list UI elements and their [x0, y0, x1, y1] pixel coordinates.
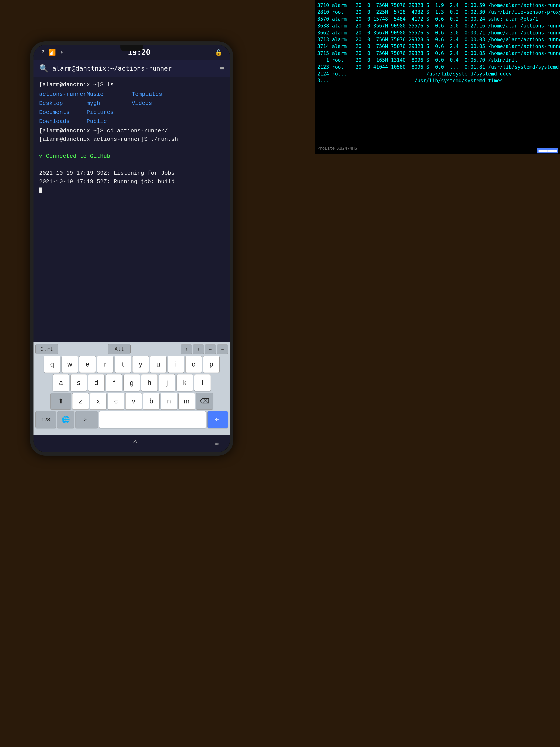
key-o[interactable]: o [185, 356, 202, 373]
arrow-keys: ↑ ↓ ← → [181, 344, 228, 354]
terminal-blank-1 [39, 144, 224, 152]
ls-item: Public [86, 117, 132, 126]
terminal-prompt-ls: [alarm@danctnix ~]$ ls [39, 81, 224, 89]
bottom-nav: ⌃ ⌨ [33, 435, 230, 452]
key-123[interactable]: 123 [35, 411, 56, 428]
question-icon: ? [41, 49, 45, 56]
shift-key[interactable]: ⬆ [50, 393, 71, 410]
key-m[interactable]: m [178, 393, 195, 410]
wifi-icon: 📶 [48, 49, 56, 56]
alt-key[interactable]: Alt [108, 344, 131, 354]
globe-key[interactable]: 🌐 [57, 411, 74, 428]
monitor-line: 3714 alarm 20 0 756M 75076 29328 S 0.6 2… [317, 43, 558, 50]
arrow-left-key[interactable]: ← [205, 344, 216, 354]
key-s[interactable]: s [70, 374, 87, 391]
key-k[interactable]: k [177, 374, 193, 391]
bluetooth-icon: ⚡ [60, 49, 63, 56]
key-z[interactable]: z [72, 393, 89, 410]
ls-item: mygh [86, 99, 132, 108]
key-n[interactable]: n [161, 393, 177, 410]
phone: ? 📶 ⚡ 19:20 🔒 🔍 alarm@danctnix:~/actions… [30, 42, 233, 456]
ls-item: Pictures [86, 108, 132, 117]
key-e[interactable]: e [79, 356, 96, 373]
phone-notch [121, 45, 143, 51]
monitor-brand: ProLite XB2474HS [317, 146, 357, 151]
keyboard-row-2: a s d f g h j k l [35, 374, 228, 391]
key-x[interactable]: x [90, 393, 107, 410]
ls-item: actions-runner [39, 90, 86, 99]
ls-item: Music [86, 90, 132, 99]
key-w[interactable]: w [61, 356, 78, 373]
monitor-line: 1 root 20 0 165M 13140 8096 S 0.0 0.4 0:… [317, 57, 558, 63]
key-d[interactable]: d [88, 374, 105, 391]
key-l[interactable]: l [194, 374, 211, 391]
phone-screen: ? 📶 ⚡ 19:20 🔒 🔍 alarm@danctnix:~/actions… [33, 45, 230, 452]
ls-item-templates: Templates [132, 90, 177, 99]
monitor-line: 3570 alarm 20 0 15748 5484 4172 S 0.6 0.… [317, 16, 558, 22]
keyboard[interactable]: Ctrl Alt ↑ ↓ ← → q w e r t y u [33, 342, 230, 435]
monitor-line: 2810 root 20 0 225M 5728 4932 S 1.3 0.2 … [317, 9, 558, 16]
keyboard-row-3: ⬆ z x c v b n m ⌫ [35, 393, 228, 410]
key-i[interactable]: i [168, 356, 184, 373]
terminal-key[interactable]: >_ [75, 411, 98, 428]
key-t[interactable]: t [114, 356, 131, 373]
monitor-line: 3710 alarm 20 0 756M 75076 29328 S 1.9 2… [317, 2, 558, 9]
terminal-prompt-cd: [alarm@danctnix ~]$ cd actions-runner/ [39, 127, 224, 135]
key-a[interactable]: a [53, 374, 69, 391]
key-r[interactable]: r [97, 356, 113, 373]
space-key[interactable] [99, 411, 206, 428]
terminal-cursor [39, 187, 42, 193]
terminal-log-2: 2021-10-19 17:19:52Z: Running job: build [39, 178, 224, 186]
monitor-line: 3662 alarm 20 0 3567M 90980 55576 S 0.6 … [317, 29, 558, 36]
terminal-blank-2 [39, 161, 224, 169]
keyboard-toggle-icon[interactable]: ⌨ [215, 440, 219, 448]
monitor-highlight: ■■■■■■■■ [537, 148, 558, 153]
ls-col-3: Templates Videos [132, 90, 177, 126]
backspace-key[interactable]: ⌫ [196, 393, 213, 410]
ls-output: actions-runner Desktop Documents Downloa… [39, 90, 224, 126]
terminal-content[interactable]: [alarm@danctnix ~]$ ls actions-runner De… [33, 77, 230, 342]
arrow-down-key[interactable]: ↓ [193, 344, 204, 354]
terminal-prompt-run: [alarm@danctnix actions-runner]$ ./run.s… [39, 135, 224, 144]
key-v[interactable]: v [125, 393, 142, 410]
monitor-line: 2124 ro... /usr/lib/systemd/systemd-udev [317, 70, 558, 77]
arrow-right-key[interactable]: → [217, 344, 228, 354]
key-g[interactable]: g [124, 374, 140, 391]
lock-icon: 🔒 [215, 49, 222, 56]
status-icons: ? 📶 ⚡ [41, 49, 63, 56]
keyboard-modifier-row: Ctrl Alt ↑ ↓ ← → [35, 344, 228, 354]
key-q[interactable]: q [44, 356, 60, 373]
ls-col-2: Music mygh Pictures Public [86, 90, 132, 126]
key-c[interactable]: c [108, 393, 124, 410]
search-icon[interactable]: 🔍 [39, 64, 49, 73]
menu-icon[interactable]: ≡ [220, 64, 224, 73]
terminal-title: alarm@danctnix:~/actions-runner [52, 65, 216, 72]
ls-item: Documents [39, 108, 86, 117]
monitor-line: 3715 alarm 20 0 756M 75076 29328 S 0.6 2… [317, 50, 558, 57]
key-h[interactable]: h [141, 374, 158, 391]
monitor-line: 2123 root 20 0 41044 10580 8096 S 0.0 ..… [317, 63, 558, 70]
terminal-header[interactable]: 🔍 alarm@danctnix:~/actions-runner ≡ [33, 60, 230, 77]
key-y[interactable]: y [132, 356, 149, 373]
terminal-log-1: 2021-10-19 17:19:39Z: Listening for Jobs [39, 169, 224, 178]
monitor-line: 3713 alarm 20 0 756M 75076 29328 S 0.6 2… [317, 36, 558, 43]
keyboard-row-4: 123 🌐 >_ ↵ [35, 411, 228, 428]
back-button[interactable]: ⌃ [132, 438, 138, 449]
ls-item: Downloads [39, 117, 86, 126]
ctrl-key[interactable]: Ctrl [35, 344, 58, 354]
monitor-line: 3638 alarm 20 0 3567M 90980 55576 S 0.6 … [317, 22, 558, 29]
key-f[interactable]: f [106, 374, 122, 391]
key-b[interactable]: b [143, 393, 160, 410]
key-u[interactable]: u [150, 356, 166, 373]
monitor-line: 3... /usr/lib/systemd/systemd-times [317, 77, 558, 84]
terminal-connected: √ Connected to GitHub [39, 152, 224, 161]
monitor-screen: 3710 alarm 20 0 756M 75076 29328 S 1.9 2… [315, 0, 560, 154]
ls-item: Desktop [39, 99, 86, 108]
keyboard-row-1: q w e r t y u i o p [35, 356, 228, 373]
ls-item: Videos [132, 99, 177, 108]
ls-col-1: actions-runner Desktop Documents Downloa… [39, 90, 86, 126]
arrow-up-key[interactable]: ↑ [181, 344, 192, 354]
enter-key[interactable]: ↵ [207, 411, 228, 428]
key-p[interactable]: p [203, 356, 220, 373]
key-j[interactable]: j [159, 374, 176, 391]
